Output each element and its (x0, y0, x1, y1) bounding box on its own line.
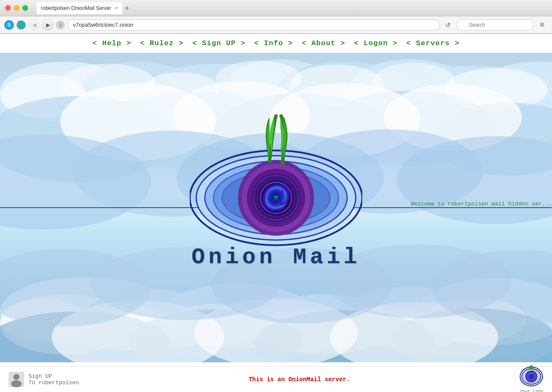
onionmail-logo: @ (190, 114, 362, 252)
svg-rect-77 (273, 195, 279, 200)
footer-logo-area: @ Your Logo (520, 364, 543, 392)
tab-title: robertpolsen OnionMail Server (41, 5, 111, 11)
new-tab-button[interactable]: + (125, 4, 129, 12)
menu-button[interactable]: ≡ (536, 19, 548, 31)
svg-point-82 (11, 380, 22, 387)
tab-close-icon[interactable]: ✕ (115, 6, 118, 10)
footer-center-text: This is an OnionMail server. (79, 376, 520, 383)
close-button[interactable] (5, 5, 11, 11)
onionmail-text: Onion Mail (190, 245, 362, 270)
search-wrapper: 🔍 (456, 19, 534, 31)
url-input[interactable] (67, 19, 440, 31)
nav-info[interactable]: < Info > (254, 39, 293, 47)
forward-button[interactable]: ▶ (42, 19, 53, 31)
nav-help[interactable]: < Help > (93, 39, 132, 47)
footer-signup: Sign UP To robertpolsen (9, 372, 79, 387)
maximize-button[interactable] (22, 5, 28, 11)
svg-point-81 (13, 374, 19, 380)
traffic-lights (5, 5, 28, 11)
minimize-button[interactable] (14, 5, 19, 11)
site-navigation: < Help > < Rulez > < Sign UP > < Info > … (0, 34, 552, 53)
browser-tab[interactable]: robertpolsen OnionMail Server ✕ (37, 2, 122, 14)
svg-rect-78 (274, 196, 276, 197)
extension-icon: 🌐 (16, 20, 26, 30)
browser-window: robertpolsen OnionMail Server ✕ + S 🌐 ◀ … (0, 0, 552, 34)
nav-about[interactable]: < About > (302, 39, 345, 47)
nav-rulez[interactable]: < Rulez > (140, 39, 184, 47)
footer: Sign UP To robertpolsen This is an Onion… (0, 366, 552, 392)
back-button[interactable]: ◀ (28, 19, 40, 31)
footer-logo-text: Your Logo (520, 389, 543, 392)
search-input[interactable] (456, 19, 534, 31)
nav-servers[interactable]: < Servers > (406, 39, 459, 47)
svg-rect-79 (276, 196, 278, 197)
tab-bar: robertpolsen OnionMail Server ✕ + (33, 3, 547, 12)
ticker-text: Welcome to robertpolsen mail hidden ser.… (411, 201, 552, 207)
info-icon: i (56, 21, 65, 29)
signup-text: Sign UP To robertpolsen (28, 373, 79, 386)
nav-signup[interactable]: < Sign UP > (192, 39, 245, 47)
reload-button[interactable]: ↺ (442, 19, 454, 31)
svg-text:🌐: 🌐 (19, 22, 24, 28)
svg-text:@: @ (528, 373, 534, 380)
nav-logon[interactable]: < Logon > (354, 39, 398, 47)
main-content: Welcome to robertpolsen mail hidden ser.… (0, 53, 552, 362)
logo-container: @ Onion Mail (190, 114, 362, 270)
signup-person-icon (9, 372, 24, 387)
title-bar: robertpolsen OnionMail Server ✕ + (0, 0, 552, 16)
safari-icon: S (4, 20, 14, 30)
address-bar: S 🌐 ◀ ▶ i ↺ 🔍 ≡ (0, 16, 552, 34)
footer-logo-icon: @ (520, 364, 543, 387)
